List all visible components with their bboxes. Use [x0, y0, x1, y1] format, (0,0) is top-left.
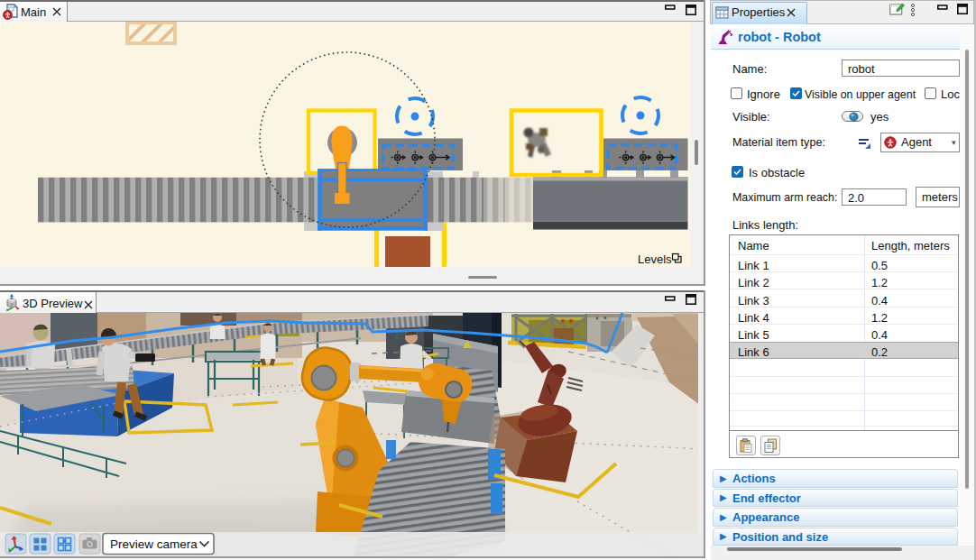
- svg-text:Levels: Levels: [638, 252, 672, 266]
- svg-text:Preview camera: Preview camera: [110, 537, 198, 551]
